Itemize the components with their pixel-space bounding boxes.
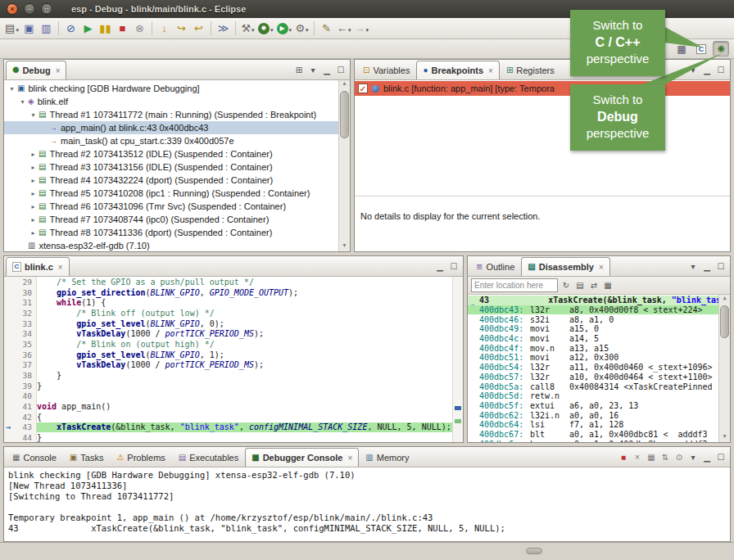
debug-tree-item[interactable]: xtensa-esp32-elf-gdb (7.10) <box>4 239 338 251</box>
scroll-down-icon[interactable] <box>339 242 350 251</box>
gutter-line-number[interactable]: 41 <box>4 401 36 412</box>
disassembly-scrollbar[interactable] <box>718 295 730 442</box>
code-line[interactable]: xTaskCreate(&blink_task, "blink_task", c… <box>37 422 452 433</box>
show-source-icon[interactable]: ▤ <box>575 281 585 290</box>
disassembly-row[interactable]: 400dbc4c:movia14, 5 <box>468 334 718 344</box>
gutter-line-number[interactable]: 43 <box>4 422 36 433</box>
tab-close-icon[interactable] <box>487 65 493 75</box>
disassembly-row[interactable]: 400dbc64:lsif7, a1, 128 <box>468 420 718 430</box>
disassembly-view-tab-outline[interactable]: ≣Outline <box>469 257 521 276</box>
gutter-line-number[interactable]: 35 <box>4 339 36 350</box>
step-return-button[interactable]: ↩ <box>191 20 206 37</box>
debug-tree-item[interactable]: Thread #1 1073411772 (main : Running) (S… <box>4 108 338 121</box>
debug-tree-item[interactable]: Thread #6 1073431096 (Tmr Svc) (Suspende… <box>4 200 338 213</box>
tree-expand-arrow-icon[interactable] <box>29 111 38 119</box>
code-line[interactable] <box>37 391 452 402</box>
disassembly-area[interactable]: 43 xTaskCreate(&blink_task, "blink_tas40… <box>468 295 730 442</box>
maximize-icon[interactable] <box>449 262 459 271</box>
editor-tab-blink.c[interactable]: Cblink.c <box>6 257 70 276</box>
sync-pc-icon[interactable]: ⇄ <box>589 281 599 290</box>
gutter-line-number[interactable]: 30 <box>4 287 36 298</box>
gutter-line-number[interactable]: 42 <box>4 412 36 422</box>
gutter-line-number[interactable]: 39 <box>4 381 36 391</box>
external-tools-button[interactable]: ⚙ <box>294 20 310 37</box>
debug-tree-item[interactable]: Thread #7 1073408744 (ipc0) (Suspended :… <box>4 213 338 226</box>
console-tab-console[interactable]: ▦Console <box>6 448 63 467</box>
gutter-line-number[interactable]: 34 <box>4 328 36 339</box>
code-line[interactable]: /* Blink off (output low) */ <box>37 308 452 318</box>
disassembly-row[interactable]: 400dbc5a:call80x40084314 <xTaskCreatePin… <box>468 382 718 391</box>
instruction-stepping-button[interactable]: ≫ <box>215 20 231 37</box>
gutter-line-number[interactable]: 33 <box>4 318 36 329</box>
debug-tree-item[interactable]: Thread #3 1073413156 (IDLE) (Suspended :… <box>4 160 338 174</box>
code-line[interactable]: /* Set the GPIO as a push/pull output */ <box>37 277 452 287</box>
minimize-icon[interactable] <box>435 262 445 271</box>
code-line[interactable]: /* Blink on (output high) */ <box>37 339 452 350</box>
code-line[interactable]: void app_main() <box>37 401 452 412</box>
disassembly-row[interactable]: 400dbc5d:retw.n <box>468 391 718 401</box>
tree-expand-arrow-icon[interactable] <box>29 229 38 237</box>
refresh-icon[interactable]: ↻ <box>561 281 571 290</box>
scroll-up-icon[interactable] <box>339 80 350 89</box>
overview-ruler[interactable] <box>452 277 463 442</box>
debug-tree-item[interactable]: blink checking [GDB Hardware Debugging] <box>4 82 338 95</box>
editor-area[interactable]: 29303132333435363738394041424344 /* Set … <box>4 277 463 442</box>
debug-tree-item[interactable]: Thread #4 1073432224 (dport) (Suspended … <box>4 174 338 187</box>
tree-expand-arrow-icon[interactable] <box>7 85 16 93</box>
console-tab-executables[interactable]: ▤Executables <box>172 448 245 467</box>
debug-tree-item[interactable]: blink.elf <box>4 95 338 108</box>
disassembly-row[interactable]: 400dbc49:movia15, 0 <box>468 324 718 334</box>
run-button[interactable]: ▶ <box>276 20 293 37</box>
scroll-up-icon[interactable] <box>719 295 730 304</box>
window-maximize-button[interactable] <box>41 3 52 15</box>
tab-close-icon[interactable] <box>346 453 352 463</box>
back-button[interactable]: ← <box>336 20 352 37</box>
debug-tree-item[interactable]: main_task() at cpu_start.c:339 0x400d057… <box>4 134 338 147</box>
build-button[interactable]: ⚒ <box>240 20 256 37</box>
last-edit-location-button[interactable]: ✎ <box>319 20 334 37</box>
disassembly-row[interactable]: 400dbc43:l32ra8, 0x400d00f8 <_stext+224> <box>468 305 718 315</box>
debug-view-toolbar-icon[interactable]: ⊞ <box>294 65 304 75</box>
terminate-icon[interactable]: ■ <box>618 453 628 462</box>
editor-gutter[interactable]: 29303132333435363738394041424344 <box>4 277 37 442</box>
overview-marker-breakpoint[interactable] <box>455 406 461 410</box>
breakpoint-checkbox[interactable] <box>358 84 368 93</box>
gutter-line-number[interactable]: 31 <box>4 297 36 308</box>
remove-console-icon[interactable]: × <box>632 453 642 462</box>
tree-expand-arrow-icon[interactable] <box>29 151 38 158</box>
tree-expand-arrow-icon[interactable] <box>29 190 38 197</box>
breakpoints-view-tab-variables[interactable]: ⊡Variables <box>356 61 416 79</box>
code-line[interactable]: gpio_set_direction(BLINK_GPIO, GPIO_MODE… <box>37 287 452 298</box>
gutter-line-number[interactable]: 29 <box>4 277 36 287</box>
gutter-line-number[interactable]: 32 <box>4 308 36 318</box>
disassembly-row[interactable]: 400dbc46:s32ia8, a1, 0 <box>468 314 718 324</box>
minimize-icon[interactable] <box>322 65 332 75</box>
scroll-down-icon[interactable] <box>719 433 730 442</box>
code-line[interactable]: } <box>37 370 452 381</box>
tree-expand-arrow-icon[interactable] <box>29 164 38 171</box>
disassembly-row[interactable]: 400dbc6a:bnonea0, a1, 0x400dbc8b <__addd… <box>468 439 718 442</box>
console-dropdown-icon[interactable]: ▾ <box>688 453 698 462</box>
maximize-icon[interactable] <box>336 65 346 75</box>
location-input[interactable] <box>471 278 558 292</box>
resize-handle[interactable] <box>526 548 542 554</box>
code-line[interactable]: } <box>37 381 452 391</box>
debug-tree-item[interactable]: Thread #2 1073413512 (IDLE) (Suspended :… <box>4 147 338 160</box>
breakpoints-view-tab-registers[interactable]: ⊞Registers <box>500 61 561 79</box>
minimize-icon[interactable] <box>702 453 712 462</box>
debug-button[interactable]: ✺ <box>257 20 274 37</box>
step-over-button[interactable]: ↪ <box>174 20 189 37</box>
save-all-button[interactable]: ▥ <box>39 20 54 37</box>
debug-tree-item[interactable]: Thread #8 1073411336 (dport) (Suspended … <box>4 226 338 239</box>
window-minimize-button[interactable] <box>24 3 35 15</box>
pin-console-icon[interactable]: ⊙ <box>674 453 684 462</box>
tree-expand-arrow-icon[interactable] <box>18 98 27 106</box>
disassembly-row[interactable]: 400dbc51:movia12, 0x300 <box>468 353 718 363</box>
overview-marker-current-line[interactable] <box>455 419 461 423</box>
disassembly-row[interactable]: 400dbc57:l32ra10, 0x400d0464 <_stext+110… <box>468 373 718 382</box>
debug-tree-scrollbar[interactable] <box>338 80 350 251</box>
debug-tree-item[interactable]: Thread #5 1073410208 (ipc1 : Running) (S… <box>4 187 338 200</box>
code-line[interactable]: while(1) { <box>37 297 452 308</box>
new-wizard-button[interactable]: ▤ <box>4 20 20 37</box>
console-tab-tasks[interactable]: ▣Tasks <box>63 448 111 467</box>
